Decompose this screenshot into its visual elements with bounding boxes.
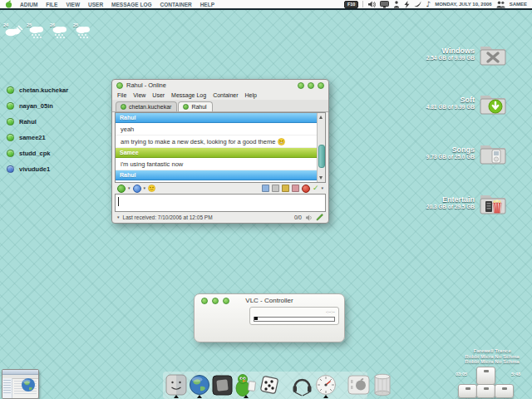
chat-menu-container[interactable]: Container — [213, 92, 238, 98]
vlc-seek-bar[interactable] — [254, 317, 335, 322]
menubar-status-area: F10 ♪ MONDAY, JULY 10, 2006 SAMEE — [344, 1, 527, 8]
minimized-window-thumbnail[interactable] — [2, 369, 39, 399]
minimize-button[interactable] — [298, 82, 304, 89]
scroll-up-icon[interactable] — [319, 116, 323, 119]
browser-icon[interactable] — [188, 373, 210, 397]
zoom-button[interactable] — [308, 82, 314, 89]
seek-knob[interactable] — [254, 317, 258, 320]
online-status-icon — [183, 104, 189, 110]
window-controls — [298, 82, 324, 89]
menu-item-file[interactable]: FILE — [46, 2, 57, 7]
drive-entertain[interactable]: Entertain 20.3 GB of 29.5 GB — [426, 191, 507, 214]
menu-item-user[interactable]: USER — [88, 2, 103, 7]
away-status-icon — [7, 165, 14, 173]
bug-report-icon[interactable] — [302, 185, 310, 193]
chat-scrollbar[interactable] — [317, 113, 325, 182]
dots-app-icon[interactable] — [258, 373, 280, 397]
drive-usage: 20.3 GB of 29.5 GB — [426, 204, 475, 210]
finder-icon[interactable] — [165, 373, 187, 397]
emoticon-picker-icon[interactable] — [148, 185, 155, 192]
buddy-item[interactable]: nayan_05in — [7, 98, 68, 114]
power-icon[interactable] — [404, 1, 410, 8]
menubar-separator — [362, 1, 363, 7]
online-status-icon — [7, 134, 14, 141]
sound-icon[interactable] — [305, 214, 313, 221]
tab-chetan-kuchekar[interactable]: chetan.kuchekar — [116, 101, 177, 111]
tools-icon[interactable] — [282, 185, 289, 192]
apple-system-icon[interactable] — [347, 373, 370, 397]
scrollbar-thumb[interactable] — [318, 145, 325, 168]
drive-usage: 2.54 GB of 9.99 GB — [426, 55, 475, 62]
account-menu-icon[interactable] — [133, 185, 141, 193]
trash-icon[interactable] — [371, 373, 393, 397]
chevron-down-icon[interactable]: ▾ — [128, 186, 131, 190]
font-color-icon[interactable] — [292, 185, 299, 192]
close-button[interactable] — [318, 82, 324, 89]
display-icon[interactable] — [380, 1, 389, 8]
chat-menu-user[interactable]: User — [152, 92, 165, 98]
chat-title-bar[interactable]: Rahul - Online — [112, 80, 328, 91]
buddy-item[interactable]: vivudude1 — [7, 161, 68, 177]
apple-menu-icon[interactable] — [5, 0, 12, 8]
buddy-name: Rahul — [19, 118, 37, 126]
message-input[interactable] — [115, 194, 326, 212]
chevron-down-icon[interactable]: ▾ — [117, 215, 120, 219]
menubar-account-name[interactable]: SAMEE — [510, 2, 527, 7]
buddy-name: vivudude1 — [19, 165, 50, 173]
grin-emoticon — [278, 138, 285, 145]
tab-rahul[interactable]: Rahul — [178, 101, 212, 111]
chat-toolbar: ▾ ▾ ✓ ▾ — [112, 183, 328, 194]
chat-menu-message-log[interactable]: Message Log — [171, 92, 206, 98]
menu-item-help[interactable]: HELP — [200, 2, 214, 7]
spellcheck-icon[interactable]: ✓ — [313, 185, 319, 192]
user-icon[interactable] — [393, 1, 400, 8]
status-menu-icon[interactable] — [117, 185, 126, 193]
drive-usage: 9.73 GB of 25.0 GB — [426, 154, 475, 160]
message-counter: 0/0 — [294, 214, 302, 220]
headphones-icon[interactable] — [291, 373, 313, 397]
music-note-icon[interactable]: ♪ — [426, 1, 431, 8]
chat-menu-file[interactable]: File — [117, 92, 126, 98]
globe-icon — [21, 377, 36, 392]
media-key-left[interactable] — [458, 384, 477, 398]
text-cursor — [118, 197, 119, 206]
media-key-center[interactable] — [476, 384, 495, 398]
key-glyph — [502, 387, 507, 390]
drive-name: Soft — [426, 96, 475, 104]
typing-pencil-icon[interactable] — [316, 214, 323, 221]
chat-status-bar: ▾ Last received: 7/10/2006 at 12:05 PM 0… — [112, 212, 328, 223]
menu-item-adium[interactable]: ADIUM — [20, 2, 37, 7]
vlc-display-panel: -:--:-- — [249, 307, 339, 325]
menu-item-message-log[interactable]: MESSAGE LOG — [111, 2, 151, 7]
buddy-item[interactable]: Rahul — [7, 114, 68, 130]
menu-item-container[interactable]: CONTAINER — [160, 2, 192, 7]
clock-dial-icon[interactable] — [314, 373, 337, 397]
status-dot-icon — [116, 82, 123, 89]
menu-item-view[interactable]: VIEW — [66, 2, 80, 7]
key-glyph — [484, 387, 489, 390]
buddy-item[interactable]: chetan.kuchekar — [7, 82, 68, 98]
drive-songs[interactable]: Songs 9.73 GB of 25.0 GB — [426, 141, 507, 165]
drive-windows[interactable]: Windows 2.54 GB of 9.99 GB — [426, 42, 507, 66]
volume-icon[interactable] — [367, 1, 376, 8]
buddy-item[interactable]: samee21 — [7, 130, 68, 145]
messenger-icon[interactable] — [414, 1, 421, 8]
insert-image-icon[interactable] — [262, 185, 269, 192]
toolbar-overflow-icon[interactable]: ▾ — [321, 186, 323, 190]
scroll-down-icon[interactable] — [319, 176, 323, 180]
online-status-icon — [7, 118, 14, 126]
buddy-item[interactable]: studd_cpk — [7, 145, 68, 161]
menubar-date[interactable]: MONDAY, JULY 10, 2006 — [435, 2, 491, 7]
accounts-icon[interactable] — [496, 1, 505, 8]
media-key-right[interactable] — [495, 384, 514, 398]
now-playing-widget: Farewell Trance Robbi Micra No Schma Rob… — [454, 348, 530, 365]
chevron-down-icon[interactable]: ▾ — [144, 186, 146, 190]
insert-file-icon[interactable] — [272, 185, 279, 192]
media-app-icon[interactable] — [211, 373, 234, 397]
adium-duck-icon[interactable] — [234, 373, 257, 397]
chat-menu-help[interactable]: Help — [245, 92, 257, 98]
drive-soft[interactable]: Soft 4.81 GB of 9.99 GB — [426, 91, 507, 115]
chat-menu-view[interactable]: View — [133, 92, 145, 98]
f10-badge[interactable]: F10 — [344, 1, 358, 8]
media-key-top[interactable] — [476, 367, 495, 385]
